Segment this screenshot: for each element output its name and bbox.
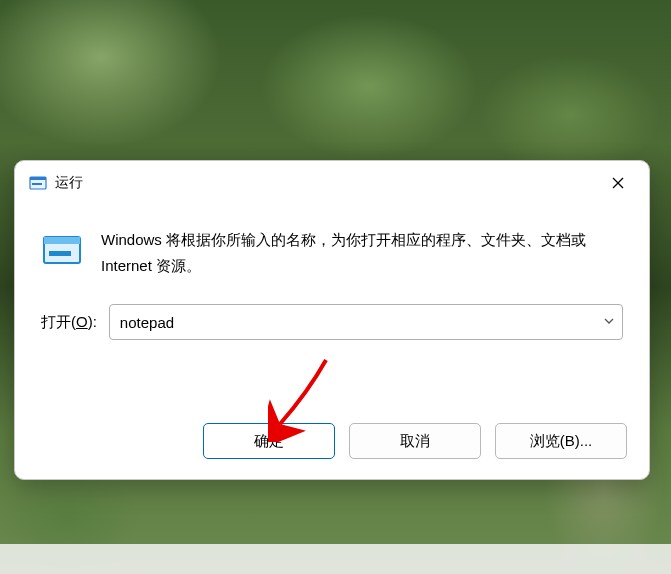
run-icon: [29, 174, 47, 192]
titlebar[interactable]: 运行: [15, 161, 649, 205]
description-row: Windows 将根据你所输入的名称，为你打开相应的程序、文件夹、文档或 Int…: [41, 227, 623, 278]
dialog-title: 运行: [55, 174, 595, 192]
open-input[interactable]: [109, 304, 623, 340]
cancel-button[interactable]: 取消: [349, 423, 481, 459]
open-row: 打开(O):: [41, 304, 623, 340]
description-text: Windows 将根据你所输入的名称，为你打开相应的程序、文件夹、文档或 Int…: [101, 227, 623, 278]
close-icon: [612, 177, 624, 189]
browse-button[interactable]: 浏览(B)...: [495, 423, 627, 459]
ok-button[interactable]: 确定: [203, 423, 335, 459]
run-large-icon: [41, 229, 83, 271]
button-row: 确定 取消 浏览(B)...: [15, 409, 649, 479]
svg-rect-2: [32, 183, 42, 185]
open-combobox[interactable]: [109, 304, 623, 340]
close-button[interactable]: [595, 167, 641, 199]
dialog-content: Windows 将根据你所输入的名称，为你打开相应的程序、文件夹、文档或 Int…: [15, 205, 649, 409]
run-dialog: 运行 Windows 将根据你所输入的名称，为你打开相应的程序、文件夹、文档或 …: [14, 160, 650, 480]
open-label: 打开(O):: [41, 313, 97, 332]
svg-rect-7: [49, 251, 71, 256]
svg-rect-6: [44, 237, 80, 244]
taskbar: [0, 544, 671, 574]
svg-rect-1: [30, 177, 46, 180]
